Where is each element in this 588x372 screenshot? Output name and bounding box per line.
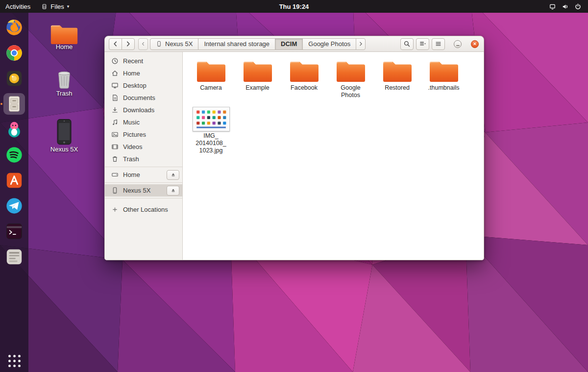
image-thumbnail — [193, 107, 230, 131]
view-options-button[interactable] — [416, 38, 429, 50]
dock-item-chrome-icon[interactable] — [3, 42, 25, 64]
close-button[interactable]: × — [471, 40, 479, 48]
path-segment-dcim[interactable]: DCIM — [275, 38, 303, 50]
trash-icon — [111, 155, 119, 163]
caret-down-icon: ▾ — [67, 4, 70, 9]
eject-button[interactable] — [167, 186, 179, 196]
show-applications-button[interactable] — [8, 355, 21, 367]
plus-icon — [111, 206, 119, 213]
sidebar-item-label: Home — [123, 171, 140, 178]
sidebar-item-home[interactable]: Home — [105, 169, 182, 181]
sidebar-item-pictures[interactable]: Pictures — [105, 128, 182, 141]
sidebar-item-documents[interactable]: Documents — [105, 92, 182, 104]
sidebar-item-videos[interactable]: Videos — [105, 141, 182, 153]
files-window: Nexus 5XInternal shared storageDCIMGoogl… — [104, 36, 484, 260]
folder-label: Google Photos — [333, 84, 368, 99]
dock — [0, 13, 28, 372]
search-button[interactable] — [400, 38, 414, 50]
desktop-icon-nexus-5x[interactable]: Nexus 5X — [49, 119, 79, 153]
activities-button[interactable]: Activities — [0, 0, 36, 13]
window-controls: × — [454, 40, 479, 48]
folder-grid: CameraExampleFacebookGoogle PhotosRestor… — [188, 58, 481, 102]
sidebar-item-nexus-5x[interactable]: Nexus 5X — [105, 184, 182, 197]
menu-button[interactable] — [432, 38, 445, 50]
dock-item-camera-icon[interactable] — [3, 68, 25, 89]
volume-icon — [562, 3, 569, 10]
system-menu[interactable] — [542, 3, 588, 10]
sidebar-item-label: Recent — [123, 57, 143, 65]
folder-label: Example — [245, 84, 270, 92]
folder-icon — [243, 59, 273, 83]
desktop-icon-label: Home — [56, 44, 73, 50]
recent-icon — [111, 57, 119, 65]
sidebar-item-label: Trash — [123, 155, 139, 163]
folder-thumbnails[interactable]: .thumbnails — [420, 58, 467, 93]
desktop-icon-trash[interactable]: Trash — [49, 69, 79, 97]
path-scroll-left-button[interactable] — [138, 38, 148, 50]
path-segment-label: DCIM — [281, 40, 297, 48]
folder-label: Restored — [385, 84, 410, 92]
dock-item-firefox-icon[interactable] — [3, 17, 25, 38]
app-menu-label: Files — [50, 3, 64, 10]
app-menu[interactable]: Files ▾ — [36, 0, 74, 13]
sidebar-item-downloads[interactable]: Downloads — [105, 104, 182, 116]
folder-restored[interactable]: Restored — [374, 58, 420, 93]
dock-item-software-icon[interactable] — [3, 170, 25, 191]
dock-item-files-icon[interactable] — [3, 93, 25, 115]
path-segment-label: Nexus 5X — [165, 40, 193, 48]
folder-camera[interactable]: Camera — [188, 58, 234, 93]
back-button[interactable] — [109, 38, 122, 50]
file-img-20140108-1023-jpg[interactable]: IMG_20140108_1023.jpg — [188, 106, 234, 155]
path-segment-google-photos[interactable]: Google Photos — [302, 38, 356, 50]
phone-icon — [156, 41, 162, 47]
folder-icon — [429, 59, 459, 83]
folder-example[interactable]: Example — [234, 58, 281, 93]
folder-facebook[interactable]: Facebook — [281, 58, 327, 93]
downloads-icon — [111, 106, 119, 114]
sidebar-item-home[interactable]: Home — [105, 67, 182, 79]
dock-item-game-icon[interactable] — [3, 119, 25, 140]
file-grid: IMG_20140108_1023.jpg — [188, 106, 481, 157]
sidebar-item-desktop[interactable]: Desktop — [105, 79, 182, 92]
sidebar-item-label: Other Locations — [123, 206, 168, 213]
path-scroll-right-button[interactable] — [356, 38, 366, 50]
forward-button[interactable] — [122, 38, 135, 50]
header-actions: × — [400, 38, 480, 50]
dock-item-terminal-icon[interactable] — [3, 221, 25, 242]
path-segment-nexus-5x[interactable]: Nexus 5X — [150, 38, 198, 50]
folder-google-photos[interactable]: Google Photos — [327, 58, 374, 100]
file-view: CameraExampleFacebookGoogle PhotosRestor… — [183, 52, 484, 260]
file-label: IMG_20140108_1023.jpg — [196, 132, 226, 154]
dock-item-telegram-icon[interactable] — [3, 195, 25, 217]
drive-icon — [111, 171, 119, 178]
sidebar-item-label: Pictures — [123, 131, 146, 138]
desktop-icon-label: Nexus 5X — [50, 146, 78, 153]
sidebar-item-recent[interactable]: Recent — [105, 55, 182, 67]
path-segment-label: Google Photos — [308, 40, 350, 48]
dock-item-spotify-icon[interactable] — [3, 144, 25, 166]
home-folder-icon — [50, 23, 78, 46]
window-body: RecentHomeDesktopDocumentsDownloadsMusic… — [104, 52, 484, 260]
minimize-button[interactable] — [454, 40, 462, 48]
sidebar-item-other-locations[interactable]: Other Locations — [105, 203, 182, 216]
documents-icon — [111, 94, 119, 101]
path-bar: Nexus 5XInternal shared storageDCIMGoogl… — [150, 38, 356, 50]
desktop: Activities Files ▾ Thu 19:24 — [0, 0, 588, 372]
desktop-icon-home[interactable]: Home — [49, 23, 79, 50]
dock-item-editor-icon[interactable] — [3, 246, 25, 268]
pictures-icon — [111, 131, 119, 138]
sidebar-item-music[interactable]: Music — [105, 116, 182, 128]
trash-icon — [54, 69, 74, 89]
folder-icon — [336, 59, 366, 83]
sidebar-item-label: Videos — [123, 143, 143, 150]
folder-icon — [382, 59, 413, 83]
folder-label: Facebook — [291, 84, 318, 92]
eject-button[interactable] — [167, 170, 179, 180]
sidebar-item-trash[interactable]: Trash — [105, 153, 182, 165]
clock[interactable]: Thu 19:24 — [279, 3, 309, 10]
music-icon — [111, 119, 119, 126]
path-segment-internal-shared-storage[interactable]: Internal shared storage — [198, 38, 275, 50]
sidebar-item-label: Desktop — [123, 82, 147, 89]
desktop-icon-label: Trash — [56, 90, 73, 97]
videos-icon — [111, 143, 119, 150]
